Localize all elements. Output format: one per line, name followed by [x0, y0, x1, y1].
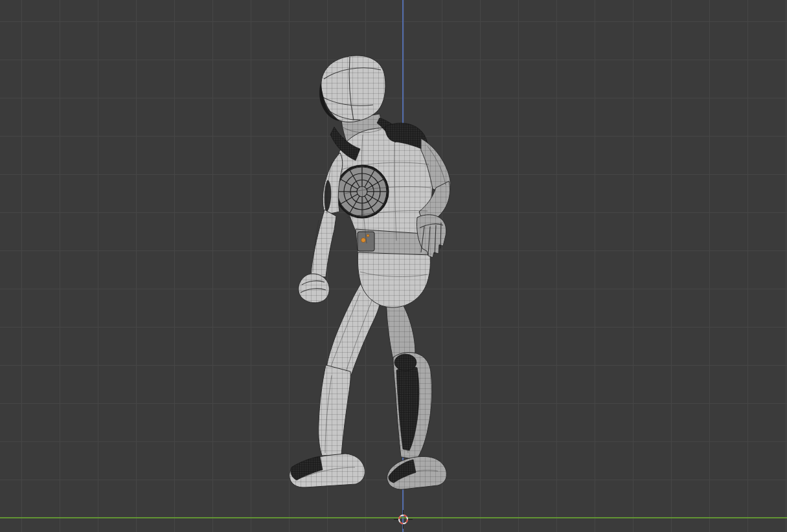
belt-buckle [358, 232, 374, 251]
3d-cursor [393, 509, 414, 530]
belt-accent-light [361, 238, 366, 243]
3d-viewport[interactable] [0, 0, 787, 532]
model-head [319, 56, 385, 122]
knee-armor-dark [394, 354, 416, 371]
model-far-leg [386, 287, 446, 489]
belt-accent-small [367, 234, 369, 237]
model-near-leg [290, 278, 382, 487]
character-model[interactable] [0, 0, 787, 532]
model-near-arm [299, 153, 343, 303]
